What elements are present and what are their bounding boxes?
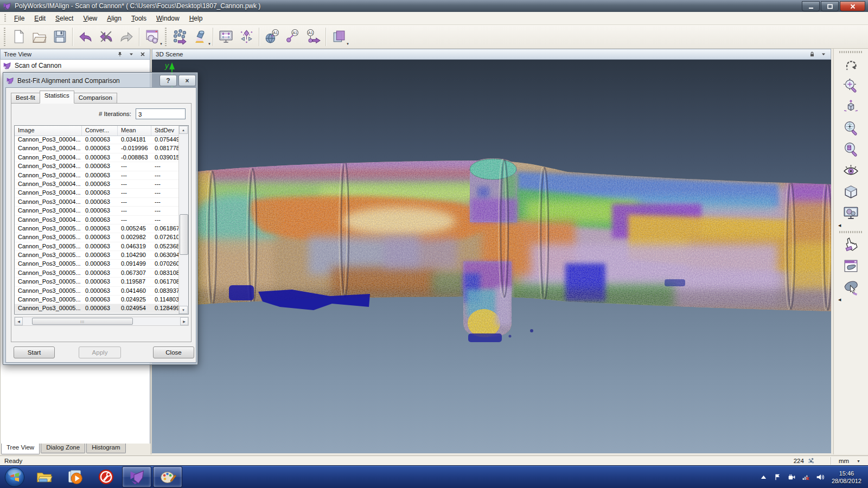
table-row[interactable]: Cannon_Pos3_00005...0.0000630.0249540.12… — [15, 304, 179, 313]
table-row[interactable]: Cannon_Pos3_00004...0.000063-0.0199960.0… — [15, 144, 179, 153]
table-row[interactable]: Cannon_Pos3_00004...0.000063------ — [15, 171, 179, 180]
maximize-button[interactable] — [821, 1, 839, 11]
globe-a1-button[interactable]: A1 — [261, 27, 282, 47]
paint-taskbar-button[interactable] — [153, 466, 182, 487]
table-row[interactable]: Cannon_Pos3_00004...0.000063------ — [15, 162, 179, 171]
zoom-object-button[interactable] — [839, 139, 863, 159]
start-button[interactable]: Start — [14, 346, 55, 358]
table-row[interactable]: Cannon_Pos3_00005...0.0000630.0914990.07… — [15, 260, 179, 268]
table-row[interactable]: Cannon_Pos3_00005...0.0000630.0673070.08… — [15, 269, 179, 278]
toolbar-grip[interactable] — [839, 231, 863, 233]
select-hand-button[interactable] — [839, 234, 863, 255]
table-row[interactable]: Cannon_Pos3_00004...0.000063-0.0088630.0… — [15, 153, 179, 162]
close-button[interactable] — [840, 1, 865, 11]
horizontal-scrollbar[interactable]: ◀ ||| ▶ — [14, 317, 189, 326]
point-cloud-button[interactable] — [169, 27, 190, 47]
toolbar-grip[interactable] — [4, 28, 5, 46]
pin-icon[interactable] — [116, 51, 124, 58]
panel-tab-dialog-zone[interactable]: Dialog Zone — [41, 444, 85, 453]
table-row[interactable]: Cannon_Pos3_00004...0.0000630.0341810.07… — [15, 136, 179, 144]
table-row[interactable]: Cannon_Pos3_00005...0.0000630.1042900.06… — [15, 251, 179, 260]
save-button[interactable] — [49, 27, 70, 47]
explorer-taskbar-button[interactable] — [29, 466, 59, 487]
power-plug-icon[interactable] — [787, 472, 797, 482]
visibility-eye-button[interactable] — [839, 160, 863, 181]
menu-window[interactable]: Window — [151, 13, 184, 24]
pan-zoom-button[interactable] — [839, 75, 863, 96]
table-row[interactable]: Cannon_Pos3_00005...0.0000630.0249250.11… — [15, 296, 179, 304]
translate-button[interactable] — [839, 97, 863, 117]
dropdown-arrow-icon[interactable]: ▼ — [208, 42, 211, 46]
chevron-down-icon[interactable] — [127, 51, 135, 58]
tree-item-scan-of-cannon[interactable]: Scan of Cannon — [1, 60, 150, 71]
digitizer-button[interactable]: ▼ — [190, 27, 210, 47]
chevron-down-icon[interactable] — [820, 51, 827, 58]
tab-best-fit[interactable]: Best-fit — [11, 93, 40, 104]
table-row[interactable]: Cannon_Pos3_00005...0.0000630.0029820.07… — [15, 233, 179, 242]
dialog-titlebar[interactable]: Best-Fit Alignment and Comparison ? × — [6, 74, 196, 87]
panel-tab-tree-view[interactable]: Tree View — [1, 444, 40, 454]
selection-surface-button[interactable] — [839, 277, 863, 297]
column-header-stddev[interactable]: StdDev — [151, 126, 179, 136]
menubar-grip[interactable] — [4, 14, 6, 23]
scroll-down-arrow[interactable]: ▼ — [179, 306, 188, 314]
scroll-left-arrow[interactable]: ◀ — [15, 317, 23, 325]
table-row[interactable]: Cannon_Pos3_00004...0.000063------ — [15, 216, 179, 224]
menu-file[interactable]: File — [9, 13, 29, 24]
window-titlebar[interactable]: PolyWorks/IMAlign - Scan of Cannon* ( C:… — [0, 0, 868, 12]
lock-icon[interactable] — [808, 51, 816, 58]
bounding-box-button[interactable] — [839, 181, 863, 202]
a1-export-button[interactable]: A1 — [303, 27, 323, 47]
table-row[interactable]: Cannon_Pos3_00005...0.0000630.0414600.08… — [15, 287, 179, 296]
dialog-close-button[interactable]: × — [178, 75, 196, 86]
media-player-taskbar-button[interactable] — [60, 466, 90, 487]
menu-align[interactable]: Align — [102, 13, 126, 24]
column-header-mean[interactable]: Mean — [118, 126, 151, 136]
apply-button[interactable]: Apply — [79, 346, 121, 358]
units-dropdown[interactable]: mm ▼ — [839, 458, 860, 464]
column-header-image[interactable]: Image — [15, 126, 82, 136]
table-row[interactable]: Cannon_Pos3_00005...0.0000630.0052450.06… — [15, 224, 179, 233]
table-row[interactable]: Cannon_Pos3_00004...0.000063------ — [15, 180, 179, 189]
undo-all-button[interactable] — [95, 27, 116, 47]
rotate-button[interactable] — [839, 54, 863, 75]
dropdown-arrow-icon[interactable]: ▼ — [159, 42, 163, 46]
scroll-right-arrow[interactable]: ▶ — [180, 317, 188, 325]
point-a1-button[interactable]: A1 — [282, 27, 303, 47]
tree-view-header[interactable]: Tree View — [0, 49, 150, 60]
minimize-button[interactable] — [802, 1, 820, 11]
table-row[interactable]: Cannon_Pos3_00005...0.0000630.1195870.06… — [15, 278, 179, 286]
close-panel-icon[interactable] — [139, 51, 146, 58]
options-window-button[interactable]: ▼ — [142, 27, 162, 47]
tab-statistics[interactable]: Statistics — [40, 91, 74, 104]
align-images-button[interactable] — [215, 27, 236, 47]
toolbar-grip[interactable] — [165, 28, 167, 46]
best-fit-dialog[interactable]: Best-Fit Alignment and Comparison ? × Be… — [3, 72, 198, 365]
network-icon[interactable] — [801, 472, 812, 482]
dropdown-arrow-icon[interactable]: ▼ — [346, 42, 349, 46]
collapse-arrow[interactable]: ◀ — [834, 223, 868, 229]
scene-header[interactable]: 3D Scene — [152, 49, 831, 60]
start-button[interactable] — [3, 466, 26, 488]
new-document-button[interactable] — [8, 27, 29, 47]
menu-select[interactable]: Select — [50, 13, 78, 24]
table-row[interactable]: Cannon_Pos3_00004...0.000063------ — [15, 189, 179, 197]
open-folder-button[interactable] — [29, 27, 49, 47]
table-row[interactable]: Cannon_Pos3_00004...0.000063------ — [15, 198, 179, 207]
zoom-region-button[interactable] — [839, 118, 863, 138]
action-center-flag-icon[interactable] — [773, 472, 783, 482]
tray-expand-icon[interactable] — [758, 472, 769, 482]
menu-edit[interactable]: Edit — [29, 13, 50, 24]
volume-icon[interactable] — [815, 472, 826, 482]
layers-button[interactable]: ▼ — [328, 27, 349, 47]
redo-button[interactable] — [116, 27, 137, 47]
panel-tab-histogram[interactable]: Histogram — [86, 444, 125, 453]
3d-scene-viewport[interactable]: y — [152, 60, 831, 453]
iterations-input[interactable] — [136, 108, 186, 119]
tab-comparison[interactable]: Comparison — [74, 93, 117, 104]
undo-button[interactable] — [75, 27, 95, 47]
collapse-arrow[interactable]: ◀ — [834, 298, 868, 303]
toolbar-grip[interactable] — [839, 51, 863, 53]
menu-tools[interactable]: Tools — [126, 13, 151, 24]
screen-options-button[interactable] — [839, 202, 863, 223]
